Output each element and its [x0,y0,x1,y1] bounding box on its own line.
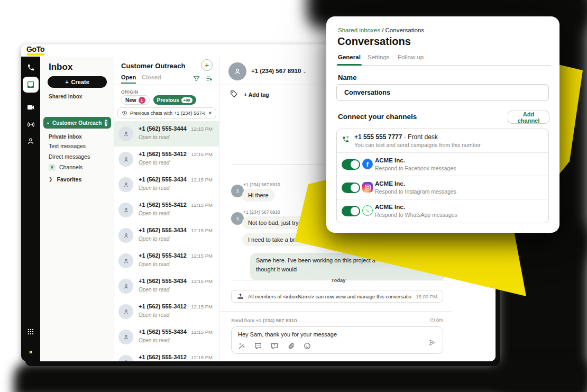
left-icon-rail: » [21,57,40,361]
goto-logo: GoTo [26,45,44,56]
status-text: Open to read [139,211,169,216]
status-text: Open to read [139,236,169,242]
channel-name: ACME Inc. [375,204,405,210]
conversation-list: +1 (562) 555-3444 12:15 PM Open to read … [114,121,219,361]
message-time: 12:15 PM [191,202,213,208]
status-text: Open to read [139,160,169,166]
emoji-icon[interactable] [304,342,311,350]
status-text: Open to read [139,287,169,293]
app-grid-icon[interactable] [21,325,40,338]
list-item[interactable]: +1 (562) 555-3434 12:15 PM Open to read [114,223,219,248]
list-item[interactable]: +1 (562) 555-3412 12:15 PM Open to read [114,350,219,361]
channel-desc: Respond to Facebook messages [375,165,456,171]
template-help-icon[interactable]: ? [271,342,278,350]
add-channel-button[interactable]: Add channel [508,111,549,124]
create-button[interactable]: +Create [48,76,107,88]
phone-channel-row: # +1 555 555 7777 · Front desk You can t… [337,129,548,153]
new-count-badge: 1 [139,97,145,104]
avatar [118,304,133,319]
sort-icon[interactable] [206,75,213,84]
channel-name: ACME Inc. [375,180,405,187]
list-item[interactable]: +1 (562) 555-3412 12:15 PM Open to read [114,197,219,223]
system-message-time: 15:00 PM [416,294,437,299]
message-time: 12:15 PM [191,329,213,335]
channel-row: ACME Inc. Respond to WhatsApp messages [337,199,548,223]
timer-badge: 8m [430,317,443,323]
tab-open[interactable]: Open [121,74,136,84]
unread-badge: 1 [105,120,107,126]
avatar [118,279,133,294]
history-filter-chip[interactable]: Previous chats with +1 (234) 567-8900 ✕ [117,107,216,119]
favorites-toggle[interactable]: ❯ Favorites [49,176,81,183]
sidebar-item-text-messages[interactable]: Text messages [49,141,86,151]
sidebar-item-direct-messages[interactable]: Direct messages [49,152,90,161]
breadcrumb-shared-inboxes[interactable]: Shared inboxes [338,27,380,33]
collapse-rail-icon[interactable]: » [21,345,40,358]
incoming-message: Hi there [242,189,274,202]
svg-text:?: ? [273,344,276,347]
contacts-icon[interactable] [21,135,40,148]
filter-icon[interactable] [193,75,200,84]
attachment-icon[interactable] [287,342,295,350]
avatar [118,355,133,361]
send-icon[interactable] [428,339,436,349]
avatar [118,203,133,217]
list-item[interactable]: +1 (562) 555-3444 12:15 PM Open to read [114,121,219,147]
breadcrumb-current: Conversations [386,27,425,33]
list-title: Customer Outreach [121,62,185,70]
page: GoTo » Inbox [0,0,587,392]
hash-icon: # [49,164,56,171]
phone-channel-title: +1 555 555 7777 · Front desk [354,133,438,141]
broadcast-icon[interactable] [21,118,40,131]
status-text: Open to read [139,185,169,191]
channel-toggle[interactable] [342,206,360,216]
share-inbox-icon [237,293,244,300]
list-item[interactable]: +1 (562) 555-3412 12:15 PM Open to read [114,147,219,172]
avatar [118,253,133,268]
saved-replies-icon[interactable] [254,342,262,350]
channel-toggle[interactable] [342,183,360,193]
contact-phone: +1 (562) 555-3434 [139,227,187,233]
sidebar-item-customer-outreach[interactable]: Customer Outreach 1 [43,117,111,129]
message-time: 12:15 PM [191,354,213,360]
filter-chip-new[interactable]: New1 [121,95,150,105]
status-text: Open to read [139,312,169,318]
tab-closed[interactable]: Closed [142,74,161,80]
add-tag-button[interactable]: + Add tag [244,92,269,98]
inbox-tab-active[interactable] [23,77,39,93]
list-item[interactable]: +1 (562) 555-3434 12:15 PM Open to read [114,324,219,350]
previous-count-badge: +99 [181,97,192,103]
list-item[interactable]: +1 (562) 555-3434 12:15 PM Open to read [114,274,219,299]
contact-phone: +1 (562) 555-3412 [139,354,187,360]
filter-chip-previous[interactable]: Previous+99 [153,95,196,105]
tab-settings[interactable]: Settings [368,54,390,60]
sidebar-item-channels[interactable]: # Channels [49,162,82,172]
contact-phone: +1 (562) 555-3434 [139,176,187,183]
video-meeting-icon[interactable] [21,101,40,114]
magic-wand-icon[interactable] [238,342,245,350]
message-time: 12:15 PM [191,151,213,157]
list-item[interactable]: +1 (562) 555-3412 12:15 PM Open to read [114,248,219,274]
chevron-right-icon: ❯ [49,177,53,182]
phone-channel-desc: You can text and send campaigns from thi… [354,142,481,148]
avatar [118,126,133,141]
settings-card: Shared inboxes / Conversations Conversat… [326,16,560,233]
tab-follow-up[interactable]: Follow up [398,54,424,60]
list-item[interactable]: +1 (562) 555-3434 12:15 PM Open to read [114,172,219,197]
name-input[interactable] [336,84,549,101]
avatar [118,177,133,192]
message-sender: +1 (234) 567 8910 [243,209,280,215]
close-icon[interactable]: ✕ [208,111,212,116]
avatar [228,62,246,80]
date-divider-today: Today [231,277,446,283]
contact-phone: +1 (562) 555-3412 [139,151,187,157]
name-field-label: Name [338,74,356,81]
tag-icon [230,90,238,100]
chat-contact-name[interactable]: +1 (234) 567 8910⌄ [251,68,307,74]
message-input[interactable]: Hey Sam, thank you for your message ? [231,326,443,354]
new-conversation-button[interactable]: + [201,59,213,71]
tab-general[interactable]: General [338,54,361,60]
list-item[interactable]: +1 (562) 555-3412 12:15 PM Open to read [114,299,219,324]
phone-icon[interactable] [21,61,40,74]
channel-toggle[interactable] [342,159,360,170]
